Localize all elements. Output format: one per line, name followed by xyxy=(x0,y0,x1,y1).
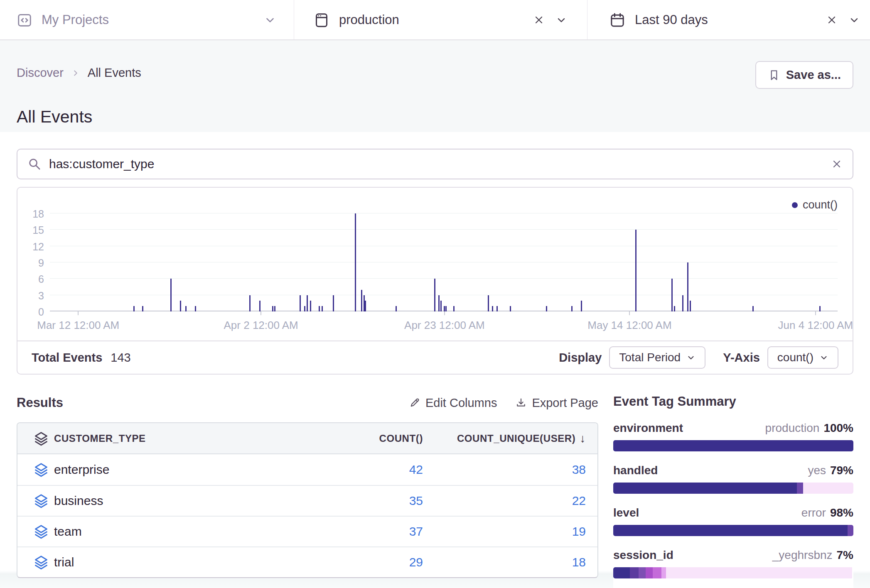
export-page-button[interactable]: Export Page xyxy=(515,396,598,410)
search-input[interactable] xyxy=(49,157,831,171)
yaxis-dropdown[interactable]: count() xyxy=(767,346,838,369)
tag-bar-segment xyxy=(646,567,653,578)
chart-bar[interactable] xyxy=(310,301,311,311)
chart-bar[interactable] xyxy=(195,306,196,311)
environment-selector-label: production xyxy=(339,12,399,27)
chart-bar[interactable] xyxy=(440,301,442,311)
chart-bar[interactable] xyxy=(142,306,143,311)
tag-item: session_id _yeghrsbnz 7% xyxy=(613,549,853,578)
row-count-link[interactable]: 29 xyxy=(409,555,423,569)
chart-bar[interactable] xyxy=(546,306,547,311)
chart-bar[interactable] xyxy=(682,295,683,311)
table-row: team 37 19 xyxy=(17,516,597,546)
breadcrumb-discover[interactable]: Discover xyxy=(17,66,64,80)
chart-bar[interactable] xyxy=(259,301,261,311)
tag-bar-segment xyxy=(848,525,853,536)
chart-bar[interactable] xyxy=(249,295,251,311)
tag-distribution-bar[interactable] xyxy=(613,525,853,536)
layers-icon[interactable] xyxy=(28,524,54,539)
chevron-down-icon[interactable] xyxy=(264,14,276,26)
chart-legend[interactable]: count() xyxy=(792,198,838,211)
row-count-unique-link[interactable]: 38 xyxy=(572,463,586,477)
pencil-icon xyxy=(409,397,420,409)
tag-bar-segment xyxy=(666,567,852,578)
event-tag-summary: Event Tag Summary environment production… xyxy=(613,394,853,588)
chart-bar[interactable] xyxy=(185,306,187,311)
tag-percent: 98% xyxy=(830,506,853,519)
legend-label: count() xyxy=(803,198,838,211)
tag-bar-segment xyxy=(613,567,630,578)
chart-bar[interactable] xyxy=(445,306,447,311)
chart-bar[interactable] xyxy=(496,306,498,311)
date-range-label: Last 90 days xyxy=(635,12,708,27)
chart-bar[interactable] xyxy=(304,306,305,311)
chart-bar[interactable] xyxy=(322,306,323,311)
row-count-link[interactable]: 35 xyxy=(409,494,423,507)
tag-distribution-bar[interactable] xyxy=(613,567,853,578)
edit-columns-button[interactable]: Edit Columns xyxy=(409,396,497,410)
display-dropdown[interactable]: Total Period xyxy=(609,346,705,369)
date-range-selector[interactable]: Last 90 days xyxy=(587,0,870,39)
top-filter-bar: My Projects production xyxy=(0,0,870,40)
chart-bar[interactable] xyxy=(319,306,320,311)
layers-icon[interactable] xyxy=(28,555,54,570)
row-count-link[interactable]: 42 xyxy=(409,463,423,476)
tag-bar-segment xyxy=(613,525,848,536)
chart-bar[interactable] xyxy=(510,306,511,311)
chart-bar[interactable] xyxy=(671,279,673,311)
chart-bar[interactable] xyxy=(752,306,754,311)
clear-environment-icon[interactable] xyxy=(533,14,545,26)
chevron-down-icon[interactable] xyxy=(555,14,567,26)
chart-bar[interactable] xyxy=(274,306,275,311)
project-selector[interactable]: My Projects xyxy=(0,0,294,39)
chart-bar[interactable] xyxy=(488,295,489,311)
chart-bar[interactable] xyxy=(581,301,582,311)
environment-selector[interactable]: production xyxy=(294,0,587,39)
tag-distribution-bar[interactable] xyxy=(613,440,853,451)
row-count-unique-link[interactable]: 19 xyxy=(572,524,586,539)
chart-bar[interactable] xyxy=(272,306,273,311)
tag-name: handled xyxy=(613,464,658,477)
tag-bar-segment xyxy=(803,483,853,494)
chart-bar[interactable] xyxy=(361,290,362,311)
chart-bar[interactable] xyxy=(333,295,334,311)
x-axis-tick-label: Apr 23 12:00 AM xyxy=(404,319,485,332)
events-chart-panel: count() 0369121518Mar 12 12:00 AMApr 2 1… xyxy=(17,187,853,375)
chart-bar[interactable] xyxy=(180,301,181,311)
chart-bar[interactable] xyxy=(133,306,135,311)
clear-search-icon[interactable] xyxy=(831,158,843,170)
column-header-count-unique[interactable]: COUNT_UNIQUE(USER) ↓ xyxy=(423,432,597,445)
layers-icon[interactable] xyxy=(28,462,54,477)
chart-bar[interactable] xyxy=(355,213,356,311)
tag-item: environment production 100% xyxy=(613,421,853,451)
tag-distribution-bar[interactable] xyxy=(613,483,853,494)
row-count-link[interactable]: 37 xyxy=(409,524,423,538)
chart-bar[interactable] xyxy=(453,306,455,311)
chart-bar[interactable] xyxy=(300,295,301,311)
clear-date-range-icon[interactable] xyxy=(826,14,838,26)
chart-bar[interactable] xyxy=(170,279,172,311)
chart-bar[interactable] xyxy=(307,295,308,311)
chart-bar[interactable] xyxy=(365,301,366,311)
chart-bar[interactable] xyxy=(674,306,675,311)
chart-bar[interactable] xyxy=(690,301,691,311)
chart-bar[interactable] xyxy=(438,295,440,311)
column-header-customer-type[interactable]: CUSTOMER_TYPE xyxy=(54,433,298,444)
column-header-count[interactable]: COUNT() xyxy=(298,433,423,444)
chart-bar[interactable] xyxy=(444,306,445,311)
chevron-down-icon[interactable] xyxy=(848,14,860,26)
window-icon xyxy=(313,12,330,28)
chart-bar[interactable] xyxy=(819,306,821,311)
chart-bar[interactable] xyxy=(364,295,365,311)
chart-bar[interactable] xyxy=(492,306,493,311)
row-count-unique-link[interactable]: 18 xyxy=(572,555,586,569)
chart-bar[interactable] xyxy=(635,230,637,311)
chart-bar[interactable] xyxy=(687,262,688,311)
chart-bar[interactable] xyxy=(396,306,397,311)
layers-icon[interactable] xyxy=(28,493,54,508)
chart-bar[interactable] xyxy=(571,306,573,311)
row-count-unique-link[interactable]: 22 xyxy=(572,494,586,508)
chart-bar[interactable] xyxy=(434,279,435,311)
save-as-button[interactable]: Save as... xyxy=(755,61,853,89)
row-customer-type: trial xyxy=(54,555,298,569)
